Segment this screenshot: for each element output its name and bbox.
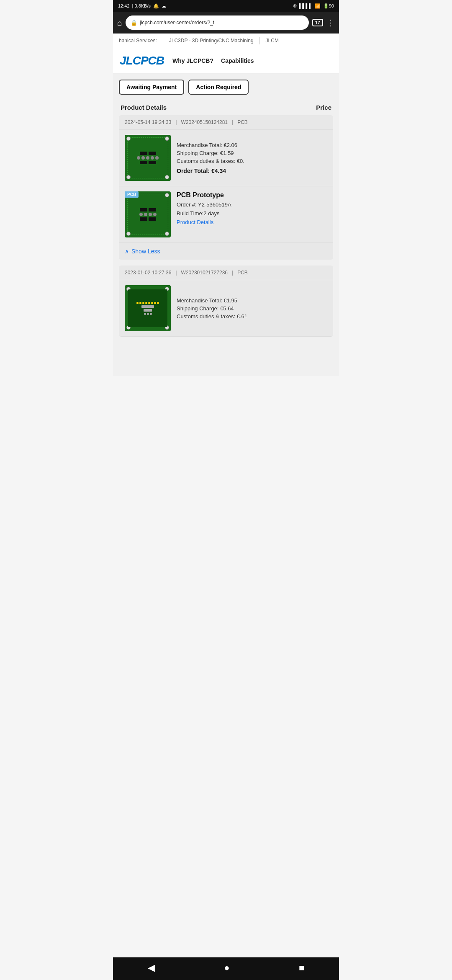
order-detail-info-1: PCB Prototype Order #: Y2-5360519A Build… [177,191,327,225]
order-meta-2: 2023-01-02 10:27:36 | W202301021727236 |… [119,266,333,280]
order-price-info-2: Merchandise Total: €1.95 Shipping Charge… [177,285,327,331]
chip-d4 [149,217,156,221]
order-card-2: 2023-01-02 10:27:36 | W202301021727236 |… [119,266,333,337]
nav-tab-3dp[interactable]: JLC3DP - 3D Printing/CNC Machining [163,37,260,44]
dot-d2 [144,213,147,216]
mini-dot-9 [144,313,146,315]
sep-4: | [232,270,233,276]
order-date-2: 2023-01-02 10:27:36 [125,270,171,276]
mini-dot-11 [150,313,152,315]
customs-1: Customs duties & taxes: €0. [177,158,327,164]
corner-bl [126,175,131,179]
sep-3: | [175,270,177,276]
mini-rect-2 [144,309,152,312]
dot-1 [137,156,140,160]
mini-dot-7 [154,302,156,304]
status-bar-left: 12:42 | 0,8KB/s 🔔 ☁ [118,3,166,9]
wifi-icon: 📶 [315,3,321,9]
tab-count[interactable]: 17 [312,19,323,26]
mini-board-2 [128,289,167,327]
registered-icon: ® [293,3,296,8]
nav-capabilities[interactable]: Capabilities [221,57,254,64]
order-type-2: PCB [237,270,248,276]
order-detail-image-1: PCB [125,191,171,237]
more-menu-button[interactable]: ⋮ [326,18,335,28]
sep-1: | [175,119,177,125]
merchandise-total-1: Merchandise Total: €2.06 [177,142,327,148]
mini-dot-3 [142,302,144,304]
mini-dot-6 [151,302,153,304]
filter-action-required[interactable]: Action Required [188,80,249,95]
merchandise-total-2: Merchandise Total: €1.95 [177,297,327,304]
corner-d-br [165,232,169,236]
pcb-badge-1: PCB [125,191,139,198]
lock-icon: 🔒 [131,20,137,26]
customs-2: Customs duties & taxes: €.61 [177,313,327,320]
mini-dot-5 [148,302,150,304]
pcb-visual-1 [125,135,171,181]
order-number-1: W202405150124281 [181,119,228,125]
order-total-1: Order Total: €4.34 [177,168,327,174]
chip-row-d2 [131,213,165,216]
dot-4 [151,156,154,160]
browser-bar: ⌂ 🔒 jlcpcb.com/user-center/orders/?_t 17… [113,12,339,34]
order-card-1: 2024-05-14 19:24:33 | W202405150124281 |… [119,115,333,260]
nav-why-jlcpcb[interactable]: Why JLCPCB? [172,57,213,64]
show-less-label: Show Less [131,248,160,255]
chip-d2 [149,208,156,211]
nav-tab-mechanical[interactable]: hanical Services: [113,37,163,44]
mini-dot-4 [145,302,147,304]
col-price: Price [316,104,331,111]
build-time-1: Build Time:2 days [177,210,327,217]
filter-tabs: Awaiting Payment Action Required [119,80,333,95]
corner-tl [126,137,131,141]
pcb-chips-1 [131,143,165,173]
site-header: JLCPCB Why JLCPCB? Capabilities [113,48,339,74]
mini-row-2 [144,313,152,315]
dot-d4 [153,213,157,216]
chip-1 [140,152,147,155]
shipping-charge-2: Shipping Charge: €5.64 [177,305,327,312]
url-bar[interactable]: 🔒 jlcpcb.com/user-center/orders/?_t [126,15,309,30]
show-less-row: ∧ Show Less [119,242,333,260]
pcb-visual-2 [125,285,171,331]
product-details-link-1[interactable]: Product Details [177,219,327,225]
order-detail-row-1: PCB [119,186,333,242]
order-row-2: Merchandise Total: €1.95 Shipping Charge… [119,280,333,337]
show-less-button[interactable]: ∧ Show Less [125,248,160,255]
chip-row-d1 [131,208,165,211]
corner-d-tr [165,193,169,197]
order-number-2: W202301021727236 [181,270,228,276]
battery-icon: 🔋90 [323,3,334,9]
notification-icon: 🔔 [153,3,159,9]
dot-3 [146,156,149,160]
chip-row-d3 [131,217,165,221]
status-bar: 12:42 | 0,8KB/s 🔔 ☁ ® ▌▌▌▌ 📶 🔋90 [113,0,339,12]
chip-d1 [140,208,147,211]
signal-icon: ▌▌▌▌ [299,3,312,8]
status-bar-right: ® ▌▌▌▌ 📶 🔋90 [293,3,334,9]
site-logo[interactable]: JLCPCB [120,54,164,67]
filter-awaiting-payment[interactable]: Awaiting Payment [119,80,184,95]
dot-2 [141,156,145,160]
mini-dot-8 [157,302,159,304]
chevron-up-icon: ∧ [125,248,129,255]
mini-dot-1 [136,302,139,304]
browser-nav-tabs: hanical Services: JLC3DP - 3D Printing/C… [113,34,339,48]
order-meta-1: 2024-05-14 19:24:33 | W202405150124281 |… [119,115,333,130]
chip-row-1 [131,152,165,155]
chip-4 [149,161,156,164]
corner-tr [165,137,169,141]
cloud-icon: ☁ [162,3,166,9]
chip-2 [149,152,156,155]
order-type-1: PCB [237,119,248,125]
main-content: Awaiting Payment Action Required Product… [113,74,339,376]
mini-row-1 [136,302,159,304]
mini-dot-10 [147,313,149,315]
order-price-info-1: Merchandise Total: €2.06 Shipping Charge… [177,135,327,181]
nav-tab-jlcm[interactable]: JLCM [260,37,285,44]
browser-home-button[interactable]: ⌂ [117,18,122,28]
chip-3 [140,161,147,164]
corner-d-bl [126,232,131,236]
order-date-1: 2024-05-14 19:24:33 [125,119,171,125]
